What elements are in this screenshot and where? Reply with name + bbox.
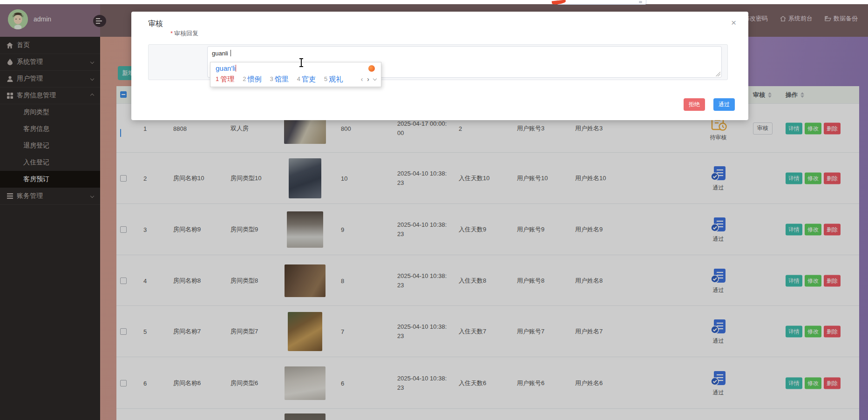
resize-grip[interactable] [716, 72, 720, 76]
close-icon[interactable]: × [731, 18, 736, 27]
floating-search-box[interactable] [557, 0, 646, 5]
ime-candidate[interactable]: 1管理 [216, 75, 234, 84]
ime-candidate[interactable]: 2惯例 [243, 75, 261, 84]
floating-toolbar-strip [0, 0, 868, 4]
approve-button[interactable]: 通过 [713, 98, 735, 111]
modal-title: 审核 [148, 19, 163, 29]
ime-candidate[interactable]: 5观礼 [324, 75, 343, 84]
strip-icon [639, 1, 642, 3]
reject-button[interactable]: 拒绝 [684, 98, 705, 111]
ime-expand-icon[interactable] [373, 76, 377, 80]
ime-prev-icon[interactable]: ‹ [361, 75, 363, 83]
text-caret [231, 50, 231, 56]
ime-panel: guan'li 1管理 2惯例 3馆里 4官吏 5观礼 ‹ › [210, 62, 381, 87]
ime-next-icon[interactable]: › [367, 75, 369, 83]
reply-label-text: 审核回复 [174, 30, 198, 37]
ime-candidate[interactable]: 3馆里 [270, 75, 288, 84]
ime-candidates: 1管理 2惯例 3馆里 4官吏 5观礼 [216, 75, 343, 84]
reply-input-value: guanli [212, 50, 228, 57]
ime-composition: guan'li [216, 64, 236, 72]
ime-caret [236, 65, 237, 72]
ime-candidate[interactable]: 4官吏 [297, 75, 316, 84]
ime-pagination: ‹ › [361, 75, 376, 83]
ime-logo-icon[interactable] [368, 65, 375, 72]
required-asterisk: * [170, 30, 173, 37]
reply-label: *审核回复 [170, 29, 198, 38]
